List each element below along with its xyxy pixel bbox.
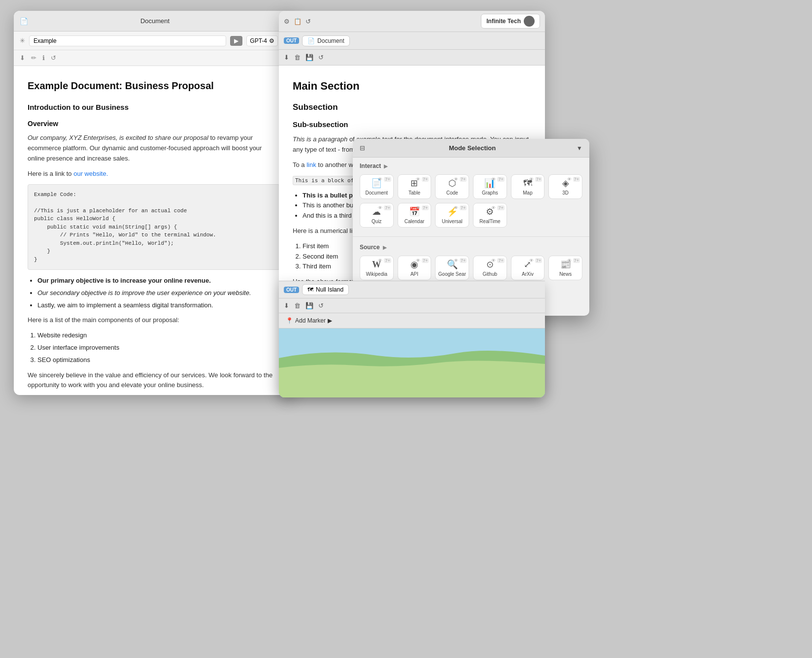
ni-refresh-icon[interactable]: ↺ <box>318 302 324 309</box>
news-label: News <box>559 271 572 277</box>
mode-table[interactable]: 👁7+ ⊞ Table <box>398 174 432 199</box>
doc-main-title: Example Document: Business Proposal <box>28 78 280 94</box>
source-wikipedia[interactable]: 👁7+ W Wikipedia <box>360 256 394 280</box>
save-icon[interactable]: 💾 <box>305 54 313 61</box>
refresh-icon[interactable]: ↺ <box>305 18 311 25</box>
ni-save-icon[interactable]: 💾 <box>305 302 313 309</box>
model-label: GPT-4 <box>250 37 267 44</box>
tab-badge: OUT <box>284 37 299 44</box>
list-item: Our primary objective is to increase you… <box>37 276 280 286</box>
list-item: SEO optimizations <box>37 355 280 365</box>
doc-paragraph-2: Here is a link to our website. <box>28 169 280 179</box>
document-tab[interactable]: 📄 Document <box>302 35 350 46</box>
source-grid-1: 👁7+ W Wikipedia 👁7+ ◉ API 👁7+ 🔍 Google S… <box>360 256 582 280</box>
list-item: Lastly, we aim to implement a seamless d… <box>37 300 280 311</box>
source-label: Source <box>360 244 380 251</box>
gear-icon: ⚙ <box>269 37 274 44</box>
download-icon[interactable]: ⬇ <box>20 54 25 62</box>
settings2-icon[interactable]: ↺ <box>318 54 324 61</box>
mode-map[interactable]: 👁7+ 🗺 Map <box>511 174 545 199</box>
mode-universal[interactable]: 👁7+ ⚡ Universal <box>435 203 469 228</box>
down-arrow-icon[interactable]: ⬇ <box>284 54 289 61</box>
ni-tab-label: Null Island <box>316 286 343 293</box>
ni-down-icon[interactable]: ⬇ <box>284 302 289 309</box>
brand-button[interactable]: Infinite Tech <box>481 14 540 29</box>
copy-icon[interactable]: 📋 <box>294 18 302 25</box>
ni-header: OUT 🗺 Null Island <box>279 281 545 298</box>
interact-grid-2: 👁7+ ☁ Quiz 👁7+ 📅 Calendar 👁7+ ⚡ Universa… <box>360 203 582 228</box>
3d-mode-label: 3D <box>562 190 569 196</box>
list-item: User interface improvements <box>37 343 280 353</box>
viewer-subsection: Subsection <box>293 100 531 114</box>
viewer-subsubsection: Sub-subsection <box>293 119 531 131</box>
settings-icon[interactable]: ✳ <box>20 37 25 44</box>
source-api[interactable]: 👁7+ ◉ API <box>398 256 432 280</box>
source-arrow: ▶ <box>383 245 387 250</box>
objectives-list: Our primary objective is to increase you… <box>28 276 280 310</box>
modal-close-button[interactable]: ▼ <box>576 145 582 152</box>
source-news[interactable]: 👁7+ 📰 News <box>548 256 582 280</box>
list-item: Website redesign <box>37 330 280 341</box>
table-mode-label: Table <box>408 190 420 196</box>
graphs-mode-label: Graphs <box>482 190 498 196</box>
interact-section-header: Interact ▶ <box>360 163 582 169</box>
modal-title: Mode Selection <box>368 144 576 152</box>
doc-viewer-toolbar: ⬇ 🗑 💾 ↺ <box>279 50 545 66</box>
document-mode-label: Document <box>366 190 388 196</box>
interact-grid: 👁7+ 📄 Document 👁7+ ⊞ Table 👁7+ ⬡ Code 👁7… <box>360 174 582 199</box>
components-list: Website redesign User interface improvem… <box>28 330 280 365</box>
ni-tab[interactable]: 🗺 Null Island <box>302 284 349 295</box>
mode-code[interactable]: 👁7+ ⬡ Code <box>435 174 469 199</box>
website-link[interactable]: our website. <box>73 170 108 177</box>
interact-label: Interact <box>360 163 381 169</box>
source-github[interactable]: 👁7+ ⊙ Github <box>473 256 507 280</box>
arxiv-label: ArXiv <box>522 271 534 277</box>
edit-icon[interactable]: ✏ <box>31 54 36 62</box>
left-panel-toolbar: ✳ ▶ GPT-4 ⚙ ✓ <box>14 32 294 50</box>
mode-realtime[interactable]: 👁7+ ⚙ RealTime <box>473 203 507 228</box>
interact-arrow: ▶ <box>384 164 388 169</box>
example-input[interactable] <box>29 35 226 46</box>
quiz-mode-label: Quiz <box>372 219 382 224</box>
add-marker-button[interactable]: 📍 Add Marker ▶ <box>284 316 540 325</box>
map-mode-label: Map <box>523 190 532 196</box>
mode-calendar[interactable]: 👁7+ 📅 Calendar <box>398 203 432 228</box>
viewer-link[interactable]: link <box>306 161 316 168</box>
settings-icon[interactable]: ⚙ <box>284 18 290 25</box>
add-marker-label: Add Marker <box>295 317 326 324</box>
code-block: Example Code: //This is just a placehold… <box>28 184 280 270</box>
wikipedia-label: Wikipedia <box>366 271 387 277</box>
pin-icon: 📍 <box>286 317 293 324</box>
map-svg <box>279 329 545 397</box>
modal-header-icon: ⊟ <box>360 144 365 152</box>
doc-subsection-heading: Overview <box>28 118 280 129</box>
closing-paragraph: We sincerely believe in the value and ef… <box>28 370 280 391</box>
mode-quiz[interactable]: 👁7+ ☁ Quiz <box>360 203 394 228</box>
doc-section-heading: Introduction to our Business <box>28 101 280 113</box>
right-panel-header: ⚙ 📋 ↺ Infinite Tech <box>279 11 545 32</box>
mode-document[interactable]: 👁7+ 📄 Document <box>360 174 394 199</box>
play-button[interactable]: ▶ <box>230 36 242 46</box>
ni-tab-icon: 🗺 <box>307 286 313 293</box>
brand-label: Infinite Tech <box>486 18 521 25</box>
source-arxiv[interactable]: 👁7+ ⤢ ArXiv <box>511 256 545 280</box>
ni-trash-icon[interactable]: 🗑 <box>294 302 301 309</box>
trash-icon[interactable]: 🗑 <box>294 54 301 61</box>
mode-graphs[interactable]: 👁7+ 📊 Graphs <box>473 174 507 199</box>
info-icon[interactable]: ℹ <box>42 54 45 62</box>
refresh-icon[interactable]: ↺ <box>51 54 56 62</box>
universal-mode-label: Universal <box>442 219 463 224</box>
google-label: Google Sear <box>439 271 466 277</box>
header-icons-left: ⚙ 📋 ↺ <box>284 18 311 25</box>
list-item: Our secondary objective is to improve th… <box>37 288 280 298</box>
left-panel: 📄 Document ▼ ✳ ▶ GPT-4 ⚙ ✓ ⬇ ✏ ℹ ↺ ✎ Exa… <box>14 11 294 395</box>
mode-3d[interactable]: 👁7+ ◈ 3D <box>548 174 582 199</box>
calendar-mode-label: Calendar <box>405 219 425 224</box>
map-view[interactable] <box>279 329 545 397</box>
realtime-mode-label: RealTime <box>479 219 500 224</box>
left-panel-toolbar2: ⬇ ✏ ℹ ↺ <box>14 50 294 66</box>
api-label: API <box>410 271 418 277</box>
source-google[interactable]: 👁7+ 🔍 Google Sear <box>435 256 469 280</box>
code-mode-label: Code <box>446 190 458 196</box>
model-selector[interactable]: GPT-4 ⚙ <box>246 35 278 46</box>
